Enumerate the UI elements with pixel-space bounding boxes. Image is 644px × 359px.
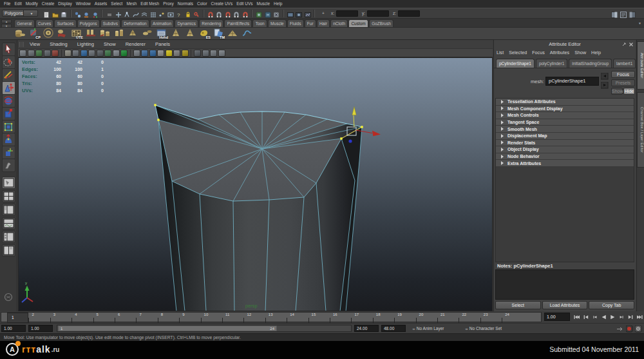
grid-icon[interactable] bbox=[72, 50, 79, 57]
input-connection-icon[interactable] bbox=[255, 10, 263, 17]
output-connection-icon[interactable] bbox=[264, 10, 272, 17]
checker-icon[interactable] bbox=[157, 50, 164, 57]
character-set-dropdown[interactable]: ◂▸ No Character Set bbox=[465, 325, 502, 332]
key-icon[interactable] bbox=[193, 10, 200, 17]
shelf-overflow-icon[interactable]: ▼ bbox=[638, 21, 641, 25]
step-forward-key-button[interactable] bbox=[626, 313, 635, 322]
select-camera-icon[interactable] bbox=[19, 50, 26, 57]
section-node-behavior[interactable]: Node Behavior bbox=[496, 153, 634, 160]
ae-menu-selected[interactable]: Selected bbox=[509, 50, 527, 55]
camera-attributes-icon[interactable] bbox=[35, 50, 43, 57]
universal-manipulator-tool[interactable] bbox=[2, 120, 15, 133]
x-field[interactable] bbox=[336, 10, 358, 17]
snap-plane-icon[interactable] bbox=[232, 10, 240, 17]
shelf-tab-rendering[interactable]: Rendering bbox=[199, 19, 223, 27]
selected-vertex[interactable] bbox=[361, 126, 363, 128]
step-back-frame-button[interactable] bbox=[590, 313, 599, 322]
render-settings-icon[interactable] bbox=[304, 10, 312, 17]
shelf-button-custom-15[interactable] bbox=[227, 28, 239, 39]
gate-mask-icon[interactable] bbox=[97, 50, 104, 57]
panel-menu-renderer[interactable]: Renderer bbox=[122, 41, 149, 47]
focus-button[interactable]: Focus bbox=[611, 71, 635, 78]
select-component-icon[interactable] bbox=[91, 10, 99, 17]
menu-proxy[interactable]: Proxy bbox=[161, 0, 176, 8]
field-chart-icon[interactable] bbox=[104, 50, 111, 57]
scale-tool[interactable] bbox=[2, 107, 15, 121]
shelf-button-custom-16[interactable] bbox=[241, 28, 253, 39]
shelf-button-cp[interactable]: CP bbox=[28, 28, 41, 39]
layout-persp-outliner[interactable] bbox=[2, 204, 15, 216]
move-tool[interactable] bbox=[2, 81, 15, 95]
menu-assets[interactable]: Assets bbox=[93, 0, 109, 8]
close-panel-icon[interactable] bbox=[629, 42, 634, 47]
z-field[interactable] bbox=[398, 10, 420, 17]
section-tangent-space[interactable]: Tangent Space bbox=[496, 119, 634, 126]
shelf-tab-muscle[interactable]: Muscle bbox=[268, 19, 287, 27]
xray-joints-icon[interactable] bbox=[210, 50, 217, 57]
section-render-stats[interactable]: Render Stats bbox=[496, 140, 634, 147]
shelf-button-hvhd[interactable]: Hvhd bbox=[156, 28, 168, 39]
shelf-button-custom-9[interactable] bbox=[142, 28, 154, 39]
shelf-tab-toon[interactable]: Toon bbox=[252, 19, 267, 27]
pin-panel-icon[interactable] bbox=[621, 42, 627, 47]
ipr-render-icon[interactable] bbox=[295, 10, 303, 17]
layout-persp-graph[interactable] bbox=[2, 217, 15, 229]
play-end-field[interactable]: 24.00 bbox=[354, 325, 379, 332]
shelf-button-custom-7[interactable] bbox=[113, 28, 126, 39]
shelf-button-tm[interactable]: TM bbox=[213, 28, 225, 39]
menu-file[interactable]: File bbox=[2, 0, 12, 8]
ae-menu-show[interactable]: Show bbox=[574, 50, 586, 55]
safe-action-icon[interactable] bbox=[113, 50, 120, 57]
ae-menu-list[interactable]: List bbox=[497, 50, 504, 55]
z-axis-handle[interactable] bbox=[348, 139, 352, 142]
coord-expand[interactable]: + bbox=[322, 11, 325, 15]
toolbox-bottom-icon[interactable] bbox=[4, 293, 14, 302]
image-plane-icon[interactable] bbox=[52, 50, 59, 57]
presets-button[interactable]: Presets bbox=[611, 79, 635, 86]
go-to-end-button[interactable] bbox=[635, 313, 644, 322]
resolution-gate-icon[interactable] bbox=[88, 50, 95, 57]
menu-create[interactable]: Create bbox=[40, 0, 57, 8]
show-manipulator-tool[interactable] bbox=[2, 146, 15, 159]
side-tab-channel-box-layer-editor[interactable]: Channel Box / Layer Editor bbox=[637, 92, 644, 168]
menu-modify[interactable]: Modify bbox=[24, 0, 40, 8]
auto-keyframe-icon[interactable] bbox=[626, 325, 633, 333]
ae-tab-lambert1[interactable]: lambert1 bbox=[613, 59, 636, 68]
construction-history-icon[interactable] bbox=[272, 10, 280, 17]
menu-select[interactable]: Select bbox=[109, 0, 124, 8]
menu-edit-uvs[interactable]: Edit UVs bbox=[234, 0, 254, 8]
open-scene-icon[interactable] bbox=[52, 10, 59, 17]
x-axis-handle[interactable] bbox=[372, 131, 381, 136]
shelf-button-custom-5[interactable] bbox=[85, 28, 97, 39]
render-current-frame-icon[interactable] bbox=[287, 10, 294, 17]
menu-help[interactable]: Help bbox=[272, 0, 284, 8]
copy-tab-button[interactable]: Copy Tab bbox=[589, 301, 634, 309]
layout-hypershade-persp[interactable] bbox=[2, 231, 15, 243]
toggle-attribute-editor-icon[interactable] bbox=[611, 10, 618, 17]
shelf-tab-painteffects[interactable]: PaintEffects bbox=[224, 19, 252, 27]
bookmark-icon[interactable] bbox=[44, 50, 51, 57]
show-button[interactable]: Show bbox=[611, 88, 623, 95]
mask-joints-icon[interactable] bbox=[123, 10, 131, 17]
select-hierarchy-icon[interactable] bbox=[74, 10, 82, 17]
film-gate-icon[interactable] bbox=[80, 50, 88, 57]
menu-create-uvs[interactable]: Create UVs bbox=[209, 0, 235, 8]
snap-curve-icon[interactable] bbox=[215, 10, 223, 17]
panel-menu-show[interactable]: Show bbox=[100, 41, 119, 47]
shelf-tab-hair[interactable]: Hair bbox=[317, 19, 330, 27]
menu-set-dropdown[interactable]: Polygons ▼ bbox=[2, 10, 38, 17]
last-tool-used[interactable] bbox=[2, 159, 15, 172]
animation-preferences-icon[interactable] bbox=[635, 325, 642, 333]
wireframe-icon[interactable] bbox=[133, 50, 140, 57]
viewport-3d[interactable]: y Verts:42420Edges:1001001Faces:60600Tri… bbox=[18, 57, 493, 311]
rotate-tool[interactable] bbox=[2, 94, 15, 108]
shelf-tab-curves[interactable]: Curves bbox=[35, 19, 54, 27]
menu-muscle[interactable]: Muscle bbox=[254, 0, 272, 8]
history-back-icon[interactable] bbox=[601, 73, 609, 80]
toggle-channel-box-icon[interactable] bbox=[629, 10, 636, 17]
xray-icon[interactable] bbox=[202, 50, 209, 57]
playback-options-icon[interactable] bbox=[617, 326, 625, 332]
shaded-icon[interactable] bbox=[141, 50, 148, 57]
ae-menu-help[interactable]: Help bbox=[591, 50, 601, 55]
lock-camera-icon[interactable] bbox=[28, 50, 35, 57]
